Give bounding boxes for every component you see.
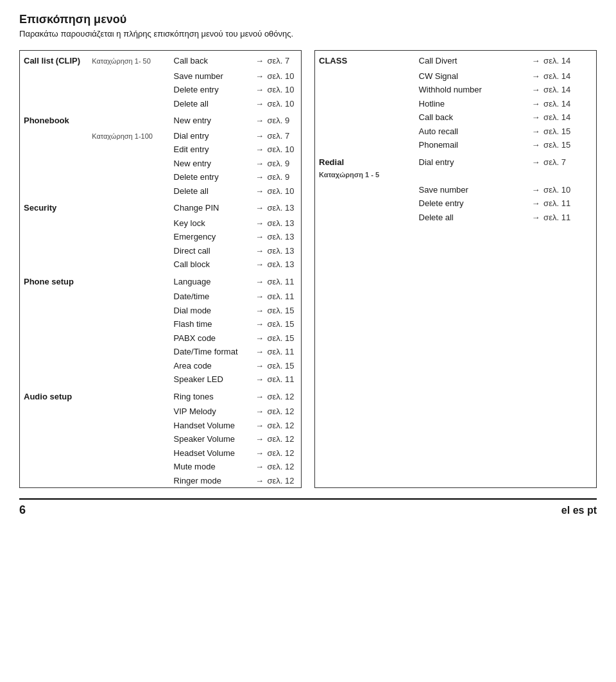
- table-row: Καταχώρηση 1-100 Dial entry → σελ. 7: [20, 129, 301, 143]
- item-label: New entry: [170, 157, 252, 171]
- item-label: Delete entry: [415, 197, 528, 211]
- item-label: Call back: [415, 110, 528, 125]
- lang-inactive: es pt: [573, 505, 597, 516]
- table-row: Ringer mode → σελ. 12: [20, 474, 301, 488]
- page-ref: → σελ. 15: [252, 304, 301, 318]
- item-label: Direct call: [170, 244, 252, 258]
- page-ref: → σελ. 11: [528, 197, 597, 211]
- item-label: Call block: [170, 258, 252, 272]
- item-label: Phonemail: [415, 138, 528, 152]
- table-row: Area code → σελ. 15: [20, 359, 301, 373]
- item-label: Date/time: [170, 290, 252, 304]
- item-label: Ringer mode: [170, 474, 252, 488]
- page-ref: → σελ. 13: [252, 198, 301, 216]
- page-ref: → σελ. 9: [252, 110, 301, 129]
- table-row: Speaker Volume → σελ. 12: [20, 432, 301, 446]
- item-label: Withhold number: [415, 83, 528, 97]
- section-label: Security: [20, 198, 88, 216]
- page-ref: → σελ. 12: [252, 432, 301, 446]
- item-label: Delete all: [415, 211, 528, 225]
- item-label: Delete entry: [170, 83, 252, 97]
- item-label: Language: [170, 272, 252, 290]
- page-ref: → σελ. 14: [528, 69, 597, 83]
- section-label: Call list (CLIP): [20, 51, 88, 69]
- table-row: Delete all → σελ. 11: [315, 211, 596, 225]
- item-label: Delete all: [170, 184, 252, 198]
- item-label: Change PIN: [170, 198, 252, 216]
- page-ref: → σελ. 10: [252, 83, 301, 97]
- section-label: Phone setup: [20, 272, 88, 290]
- item-label: Mute mode: [170, 460, 252, 474]
- item-label: Flash time: [170, 317, 252, 331]
- table-row: CW Signal → σελ. 14: [315, 69, 596, 83]
- footer: 6 el es pt: [19, 498, 597, 517]
- page-ref: → σελ. 12: [252, 405, 301, 419]
- table-row: Delete all → σελ. 10: [20, 184, 301, 198]
- page-title: Επισκόπηση μενού: [19, 13, 597, 26]
- page-ref: → σελ. 11: [252, 345, 301, 359]
- table-row: Mute mode → σελ. 12: [20, 460, 301, 474]
- item-label: Save number: [415, 183, 528, 197]
- language-indicator: el es pt: [561, 505, 597, 516]
- section-label: Phonebook: [20, 110, 88, 129]
- table-row: Delete all → σελ. 10: [20, 97, 301, 111]
- table-row: Emergency → σελ. 13: [20, 230, 301, 244]
- range-label: Καταχώρηση 1-100: [88, 129, 169, 143]
- page-ref: → σελ. 15: [528, 125, 597, 139]
- table-row: PABX code → σελ. 15: [20, 331, 301, 345]
- page-ref: → σελ. 12: [252, 446, 301, 460]
- item-label: Date/Time format: [170, 345, 252, 359]
- left-table: Call list (CLIP) Καταχώρηση 1- 50 Call b…: [20, 51, 301, 487]
- item-label: Dial entry: [170, 129, 252, 143]
- table-row: Edit entry → σελ. 10: [20, 143, 301, 157]
- item-label: Delete all: [170, 97, 252, 111]
- page-ref: → σελ. 10: [528, 183, 597, 197]
- page-ref: → σελ. 15: [528, 138, 597, 152]
- table-row: Flash time → σελ. 15: [20, 317, 301, 331]
- item-label: Speaker Volume: [170, 432, 252, 446]
- table-row: Key lock → σελ. 13: [20, 216, 301, 231]
- page-ref: → σελ. 9: [252, 157, 301, 171]
- table-row: Save number → σελ. 10: [315, 183, 596, 197]
- table-row: New entry → σελ. 9: [20, 157, 301, 171]
- page-subtitle: Παρακάτω παρουσιάζεται η πλήρης επισκόπη…: [19, 29, 597, 39]
- table-row: Redial Καταχώρηση 1 - 5 Dial entry → σελ…: [315, 152, 596, 183]
- table-row: Speaker LED → σελ. 11: [20, 372, 301, 387]
- page-ref: → σελ. 12: [252, 387, 301, 405]
- table-row: Date/Time format → σελ. 11: [20, 345, 301, 359]
- page-number: 6: [19, 503, 26, 517]
- page-ref: → σελ. 7: [528, 152, 597, 183]
- page-ref: → σελ. 12: [252, 474, 301, 488]
- item-label: Ring tones: [170, 387, 252, 405]
- page-ref: → σελ. 15: [252, 331, 301, 345]
- item-label: Hotline: [415, 97, 528, 111]
- page-ref: → σελ. 12: [252, 419, 301, 433]
- item-label: VIP Melody: [170, 405, 252, 419]
- table-row: Security Change PIN → σελ. 13: [20, 198, 301, 216]
- page-ref: → σελ. 11: [252, 290, 301, 304]
- table-row: Call block → σελ. 13: [20, 258, 301, 272]
- table-row: Delete entry → σελ. 10: [20, 83, 301, 97]
- page-ref: → σελ. 10: [252, 69, 301, 83]
- page-ref: → σελ. 14: [528, 83, 597, 97]
- table-row: Handset Volume → σελ. 12: [20, 419, 301, 433]
- item-label: New entry: [170, 110, 252, 129]
- right-table: CLASS Call Divert → σελ. 14 CW Signal → …: [315, 51, 596, 224]
- table-row: Phonebook New entry → σελ. 9: [20, 110, 301, 129]
- table-row: Audio setup Ring tones → σελ. 12: [20, 387, 301, 405]
- item-label: Edit entry: [170, 143, 252, 157]
- range-label: Καταχώρηση 1- 50: [88, 51, 169, 69]
- item-label: Save number: [170, 69, 252, 83]
- table-row: Hotline → σελ. 14: [315, 97, 596, 111]
- table-row: Withhold number → σελ. 14: [315, 83, 596, 97]
- item-label: Delete entry: [170, 170, 252, 184]
- item-label: Headset Volume: [170, 446, 252, 460]
- left-panel: Call list (CLIP) Καταχώρηση 1- 50 Call b…: [19, 50, 302, 488]
- table-row: Save number → σελ. 10: [20, 69, 301, 83]
- item-label: Dial mode: [170, 304, 252, 318]
- page-ref: → σελ. 9: [252, 170, 301, 184]
- table-row: Auto recall → σελ. 15: [315, 125, 596, 139]
- main-content: Call list (CLIP) Καταχώρηση 1- 50 Call b…: [19, 50, 597, 488]
- page-ref: → σελ. 14: [528, 97, 597, 111]
- table-row: CLASS Call Divert → σελ. 14: [315, 51, 596, 69]
